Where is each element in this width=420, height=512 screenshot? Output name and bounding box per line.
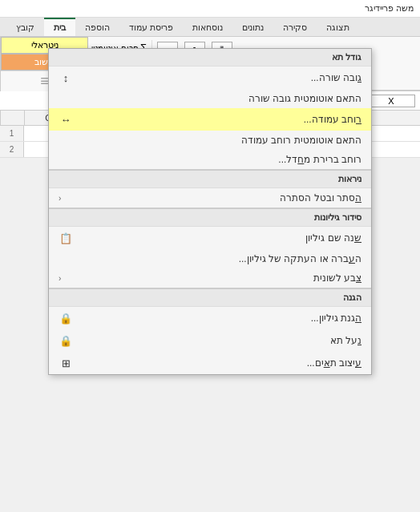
tab-formulas[interactable]: נוסחאות: [183, 18, 232, 36]
row-height-icon: ↕: [59, 71, 73, 85]
section-sheets: סידור גיליונות שנה שם גיליון 📋 העברה או …: [49, 209, 371, 289]
menu-auto-col-width[interactable]: התאם אוטומטית רוחב עמודה: [49, 131, 371, 150]
row-num-1: 1: [0, 126, 24, 141]
section-visibility-title: ניראות: [49, 171, 371, 188]
lock-cell-icon: 🔒: [59, 333, 73, 348]
menu-tab-color[interactable]: צבע לשונית ‹: [49, 268, 371, 288]
rename-icon: 📋: [59, 231, 73, 245]
tab-review[interactable]: סקירה: [273, 18, 317, 36]
menu-format-cells[interactable]: עיצוב תאים... ⊞: [49, 352, 371, 374]
ribbon-tabs: קובץ בית הוספה פריסת עמוד נוסחאות נתונים…: [0, 18, 420, 37]
title-bar: משה פריידיגר: [0, 0, 420, 18]
hide-arrow: ‹: [59, 194, 61, 203]
name-box[interactable]: [367, 95, 415, 107]
row-num-spacer: [0, 111, 24, 125]
protect-sheet-icon: 🔒: [59, 311, 73, 325]
tab-insert[interactable]: הוספה: [75, 18, 119, 36]
section-sheets-title: סידור גיליונות: [49, 209, 371, 227]
tab-color-arrow: ‹: [59, 274, 61, 283]
section-protection-title: הגנה: [49, 289, 371, 307]
section-size-title: גודל תא: [49, 49, 371, 67]
tab-data[interactable]: נתונים: [232, 18, 273, 36]
menu-move-copy[interactable]: העברה או העתקה של גיליון...: [49, 249, 371, 268]
menu-protect-sheet[interactable]: הגנת גיליון... 🔒: [49, 307, 371, 329]
section-protection: הגנה הגנת גיליון... 🔒 נעל תא 🔒 עיצוב תאי…: [49, 289, 371, 374]
col-width-icon: ↔: [59, 112, 73, 127]
menu-hide-unhide[interactable]: הסתר ובטל הסתרה ‹: [49, 188, 371, 208]
tab-view[interactable]: תצוגה: [317, 18, 359, 36]
menu-row-height[interactable]: גובה שורה... ↕: [49, 67, 371, 89]
section-size: גודל תא גובה שורה... ↕ התאם אוטומטית גוב…: [49, 49, 371, 171]
context-menu: גודל תא גובה שורה... ↕ התאם אוטומטית גוב…: [48, 48, 372, 375]
format-cells-icon: ⊞: [59, 356, 73, 370]
section-visibility: ניראות הסתר ובטל הסתרה ‹: [49, 171, 371, 209]
menu-col-width[interactable]: רוחב עמודה... ↔: [49, 108, 371, 131]
main-container: משה פריידיגר קובץ בית הוספה פריסת עמוד נ…: [0, 0, 420, 512]
menu-default-width[interactable]: רוחב ברירת מחדל...: [49, 150, 371, 169]
menu-rename-sheet[interactable]: שנה שם גיליון 📋: [49, 227, 371, 249]
menu-lock-cell[interactable]: נעל תא 🔒: [49, 329, 371, 352]
title-text: משה פריידיגר: [365, 3, 414, 13]
tab-file[interactable]: קובץ: [6, 18, 44, 36]
menu-auto-row-height[interactable]: התאם אוטומטית גובה שורה: [49, 89, 371, 108]
tab-home[interactable]: בית: [44, 18, 75, 36]
row-num-2: 2: [0, 142, 24, 157]
tab-page-layout[interactable]: פריסת עמוד: [119, 18, 183, 36]
